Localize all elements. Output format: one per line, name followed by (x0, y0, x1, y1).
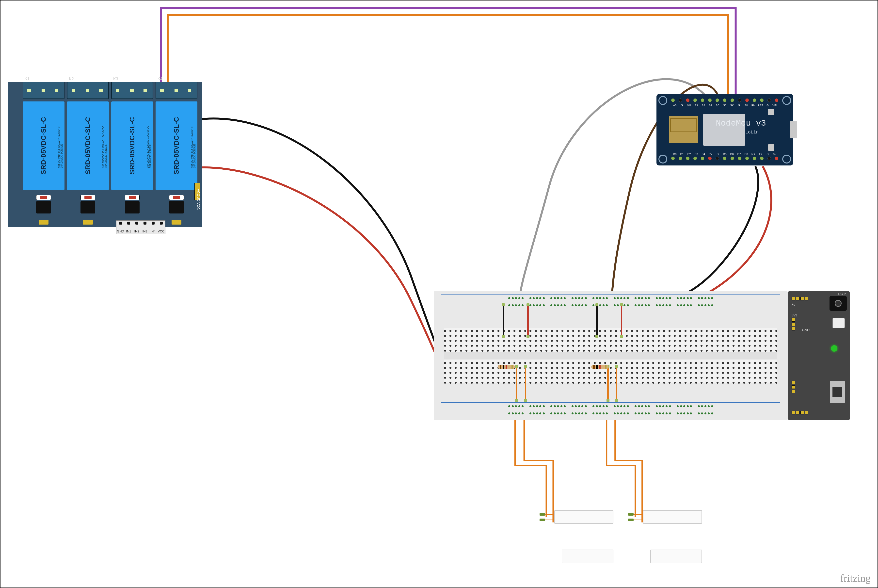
breadboard-hole[interactable] (722, 377, 724, 379)
breadboard-hole[interactable] (663, 350, 665, 352)
breadboard-hole[interactable] (733, 367, 734, 369)
breadboard-hole[interactable] (535, 345, 537, 347)
breadboard-hole[interactable] (733, 340, 734, 342)
breadboard-hole[interactable] (581, 412, 583, 414)
breadboard-hole[interactable] (759, 345, 761, 347)
breadboard-hole[interactable] (754, 350, 756, 352)
breadboard-hole[interactable] (631, 382, 633, 384)
breadboard-hole[interactable] (518, 304, 520, 306)
jumper-red-2[interactable] (621, 306, 622, 335)
breadboard-hole[interactable] (679, 335, 681, 337)
breadboard-hole[interactable] (704, 297, 706, 299)
nodemcu-pin-en[interactable] (753, 99, 756, 102)
breadboard-hole[interactable] (572, 377, 574, 379)
breadboard-hole[interactable] (466, 345, 467, 347)
breadboard-hole[interactable] (515, 412, 517, 414)
breadboard-hole[interactable] (698, 412, 700, 414)
breadboard-hole[interactable] (455, 372, 457, 374)
breadboard-hole[interactable] (733, 345, 734, 347)
breadboard-hole[interactable] (658, 367, 660, 369)
breadboard-hole[interactable] (487, 350, 489, 352)
breadboard-hole[interactable] (543, 304, 545, 306)
breadboard-hole[interactable] (690, 297, 692, 299)
breadboard-hole[interactable] (626, 345, 628, 347)
breadboard-hole[interactable] (578, 330, 580, 332)
breadboard-hole[interactable] (708, 304, 710, 306)
breadboard-hole[interactable] (604, 340, 606, 342)
breadboard-hole[interactable] (471, 335, 473, 337)
breadboard-hole[interactable] (592, 412, 595, 414)
breadboard-hole[interactable] (636, 345, 638, 347)
usb-a-port[interactable] (830, 381, 845, 403)
breadboard-hole[interactable] (620, 377, 622, 379)
breadboard-hole[interactable] (562, 377, 563, 379)
breadboard-hole[interactable] (770, 350, 772, 352)
breadboard-hole[interactable] (497, 335, 499, 337)
breadboard-hole[interactable] (556, 377, 558, 379)
breadboard-hole[interactable] (759, 340, 761, 342)
breadboard-hole[interactable] (545, 345, 547, 347)
breadboard-hole[interactable] (716, 377, 719, 379)
breadboard-hole[interactable] (567, 362, 569, 364)
breadboard-hole[interactable] (647, 345, 649, 347)
breadboard-hole[interactable] (674, 345, 676, 347)
breadboard-hole[interactable] (471, 345, 473, 347)
breadboard-hole[interactable] (635, 412, 637, 414)
breadboard-hole[interactable] (545, 372, 547, 374)
breadboard-hole[interactable] (764, 340, 767, 342)
breadboard-hole[interactable] (754, 335, 756, 337)
nodemcu-pin-d8[interactable] (745, 157, 749, 160)
breadboard-hole[interactable] (585, 297, 587, 299)
breadboard-hole[interactable] (663, 382, 665, 384)
breadboard-hole[interactable] (620, 340, 622, 342)
breadboard-hole[interactable] (583, 330, 585, 332)
breadboard-hole[interactable] (536, 297, 538, 299)
breadboard-hole[interactable] (638, 412, 640, 414)
breadboard-hole[interactable] (722, 367, 724, 369)
breadboard-hole[interactable] (669, 412, 671, 414)
breadboard-hole[interactable] (754, 367, 756, 369)
breadboard-hole[interactable] (562, 345, 563, 347)
nodemcu-pin-g[interactable] (716, 157, 719, 160)
breadboard-hole[interactable] (716, 362, 719, 364)
breadboard-hole[interactable] (596, 297, 598, 299)
breadboard-hole[interactable] (564, 304, 566, 306)
breadboard-hole[interactable] (449, 350, 451, 352)
breadboard-hole[interactable] (615, 330, 617, 332)
breadboard-hole[interactable] (572, 405, 574, 407)
breadboard-hole[interactable] (508, 382, 510, 384)
breadboard-hole[interactable] (685, 372, 686, 374)
breadboard-hole[interactable] (567, 372, 569, 374)
breadboard-hole[interactable] (487, 382, 489, 384)
breadboard-hole[interactable] (620, 372, 622, 374)
breadboard-hole[interactable] (701, 304, 703, 306)
breadboard-hole[interactable] (487, 340, 489, 342)
breadboard-hole[interactable] (674, 372, 676, 374)
breadboard-hole[interactable] (698, 297, 700, 299)
power-rail-bottom[interactable] (441, 402, 780, 417)
breadboard-hole[interactable] (487, 367, 489, 369)
breadboard-hole[interactable] (743, 377, 745, 379)
breadboard-hole[interactable] (449, 377, 451, 379)
breadboard-hole[interactable] (647, 372, 649, 374)
breadboard-hole[interactable] (677, 297, 679, 299)
breadboard-hole[interactable] (602, 297, 605, 299)
breadboard-hole[interactable] (540, 330, 542, 332)
breadboard-hole[interactable] (733, 330, 734, 332)
nodemcu-pins-bottom[interactable] (671, 157, 778, 161)
jumper-orange-2[interactable] (525, 368, 526, 399)
breadboard-hole[interactable] (775, 330, 777, 332)
breadboard-hole[interactable] (620, 412, 622, 414)
breadboard-hole[interactable] (449, 330, 451, 332)
breadboard-hole[interactable] (636, 382, 638, 384)
breadboard-hole[interactable] (635, 297, 637, 299)
breadboard-hole[interactable] (722, 335, 724, 337)
breadboard-hole[interactable] (683, 405, 685, 407)
breadboard-hole[interactable] (519, 330, 521, 332)
breadboard-hole[interactable] (567, 382, 569, 384)
breadboard-hole[interactable] (658, 362, 660, 364)
nodemcu-pin-rx[interactable] (753, 157, 756, 160)
breadboard-hole[interactable] (685, 330, 686, 332)
breadboard-hole[interactable] (695, 335, 697, 337)
breadboard-hole[interactable] (503, 362, 505, 364)
